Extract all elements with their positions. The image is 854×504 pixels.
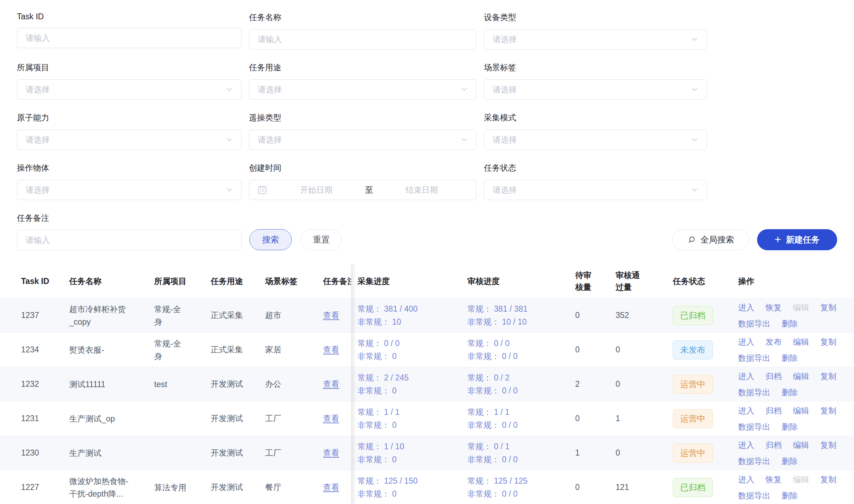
scene-tag-select[interactable]: 请选择 xyxy=(484,79,707,100)
task-status-select[interactable]: 请选择 xyxy=(484,180,707,200)
action-edit-link[interactable]: 编辑 xyxy=(793,473,809,486)
action-enter-link[interactable]: 进入 xyxy=(738,439,754,451)
action-export-link[interactable]: 数据导出 xyxy=(738,489,770,502)
action-export-link[interactable]: 数据导出 xyxy=(738,455,770,467)
action-copy-link[interactable]: 复制 xyxy=(820,370,836,383)
action-delete-link[interactable]: 删除 xyxy=(782,317,798,330)
cell-actions: 进入 发布 编辑 复制 数据导出 删除 xyxy=(738,336,848,364)
action-copy-link[interactable]: 复制 xyxy=(820,336,836,348)
collect-mode-select[interactable]: 请选择 xyxy=(484,130,707,150)
action-edit-link[interactable]: 编辑 xyxy=(793,336,809,348)
global-search-label: 全局搜索 xyxy=(701,234,734,245)
select-placeholder: 请选择 xyxy=(258,134,282,145)
toolbar: 全局搜索 + 新建任务 xyxy=(672,229,837,250)
status-badge: 已归档 xyxy=(673,478,713,497)
cell-scene: 超市 xyxy=(265,310,323,321)
cell-purpose: 开发测试 xyxy=(211,379,265,390)
action-restore-link[interactable]: 恢复 xyxy=(766,473,782,486)
status-badge: 运营中 xyxy=(673,409,713,428)
action-archive-link[interactable]: 归档 xyxy=(766,404,782,417)
purpose-select[interactable]: 请选择 xyxy=(249,79,477,100)
task-id-input[interactable] xyxy=(17,28,242,48)
action-archive-link[interactable]: 归档 xyxy=(766,439,782,451)
view-remark-link[interactable]: 查看 xyxy=(323,414,339,423)
status-badge: 运营中 xyxy=(673,375,713,394)
atomic-ability-select[interactable]: 请选择 xyxy=(17,130,242,150)
filter-label-task-name: 任务名称 xyxy=(249,12,477,23)
new-task-button[interactable]: + 新建任务 xyxy=(757,229,837,250)
project-select[interactable]: 请选择 xyxy=(17,79,242,100)
cell-task-id: 1234 xyxy=(0,345,69,354)
chevron-down-icon xyxy=(226,186,233,193)
action-delete-link[interactable]: 删除 xyxy=(782,489,798,502)
filter-label-collect-mode: 采集模式 xyxy=(484,112,707,123)
header-pending: 待审核量 xyxy=(575,269,616,293)
chevron-down-icon xyxy=(691,36,698,43)
table-row: 1234 熨烫衣服- 常规-全身 正式采集 家居 查看 常规： 0 / 0 非常… xyxy=(0,333,854,367)
reset-button[interactable]: 重置 xyxy=(301,229,342,250)
operate-object-select[interactable]: 请选择 xyxy=(17,180,242,200)
action-export-link[interactable]: 数据导出 xyxy=(738,317,770,330)
action-copy-link[interactable]: 复制 xyxy=(820,439,836,451)
action-export-link[interactable]: 数据导出 xyxy=(738,352,770,364)
cell-collect-progress: 常规： 1 / 10 非常规： 0 xyxy=(351,440,467,466)
global-search-button[interactable]: 全局搜索 xyxy=(672,229,749,250)
chevron-down-icon xyxy=(691,86,698,93)
header-name: 任务名称 xyxy=(69,275,154,287)
action-delete-link[interactable]: 删除 xyxy=(782,420,798,433)
action-delete-link[interactable]: 删除 xyxy=(782,352,798,364)
action-export-link[interactable]: 数据导出 xyxy=(738,420,770,433)
view-remark-link[interactable]: 查看 xyxy=(323,483,339,492)
view-remark-link[interactable]: 查看 xyxy=(323,311,339,320)
cell-remark: 查看 xyxy=(323,447,351,458)
action-enter-link[interactable]: 进入 xyxy=(738,301,754,314)
search-button[interactable]: 搜索 xyxy=(249,229,292,250)
view-remark-link[interactable]: 查看 xyxy=(323,448,339,457)
action-edit-link[interactable]: 编辑 xyxy=(793,439,809,451)
cell-project: 常规-全身 xyxy=(154,303,211,328)
collect-irregular: 非常规： 0 xyxy=(357,384,467,397)
select-placeholder: 请选择 xyxy=(493,34,517,45)
action-delete-link[interactable]: 删除 xyxy=(782,455,798,467)
action-edit-link[interactable]: 编辑 xyxy=(793,370,809,383)
cell-purpose: 正式采集 xyxy=(211,344,265,355)
filter-bottom-row: 任务备注 搜索 重置 全局搜索 + 新建任务 xyxy=(0,213,854,250)
filter-label-task-id: Task ID xyxy=(17,12,242,21)
cell-status: 运营中 xyxy=(673,409,738,428)
cell-actions: 进入 恢复 编辑 复制 数据导出 删除 xyxy=(738,473,848,502)
action-copy-link[interactable]: 复制 xyxy=(820,301,836,314)
chevron-down-icon xyxy=(461,136,468,143)
filter-field-project: 所属项目 请选择 xyxy=(17,62,242,100)
action-edit-link[interactable]: 编辑 xyxy=(793,404,809,417)
cell-approved-count: 0 xyxy=(616,345,673,354)
filter-label-project: 所属项目 xyxy=(17,62,242,73)
filter-label-create-time: 创建时间 xyxy=(249,163,477,173)
action-copy-link[interactable]: 复制 xyxy=(820,473,836,486)
action-export-link[interactable]: 数据导出 xyxy=(738,386,770,399)
action-publish-link[interactable]: 发布 xyxy=(766,336,782,348)
action-enter-link[interactable]: 进入 xyxy=(738,473,754,486)
view-remark-link[interactable]: 查看 xyxy=(323,345,339,354)
action-delete-link[interactable]: 删除 xyxy=(782,386,798,399)
action-enter-link[interactable]: 进入 xyxy=(738,336,754,348)
create-time-range-picker[interactable]: 开始日期 至 结束日期 xyxy=(249,180,477,200)
chevron-down-icon xyxy=(461,86,468,93)
cell-status: 未发布 xyxy=(673,340,738,359)
action-restore-link[interactable]: 恢复 xyxy=(766,301,782,314)
action-archive-link[interactable]: 归档 xyxy=(766,370,782,383)
action-copy-link[interactable]: 复制 xyxy=(820,404,836,417)
action-enter-link[interactable]: 进入 xyxy=(738,370,754,383)
table-header-row: Task ID 任务名称 所属项目 任务用途 场景标签 任务备注 采集进度 审核… xyxy=(0,264,854,298)
table-row: 1230 生产测试 开发测试 工厂 查看 常规： 1 / 10 非常规： 0 常… xyxy=(0,436,854,470)
task-name-input[interactable] xyxy=(249,29,477,49)
device-type-select[interactable]: 请选择 xyxy=(484,29,707,49)
view-remark-link[interactable]: 查看 xyxy=(323,379,339,389)
task-remark-input[interactable] xyxy=(17,230,242,250)
teleop-type-select[interactable]: 请选择 xyxy=(249,130,477,150)
action-edit-link[interactable]: 编辑 xyxy=(793,301,809,314)
filter-label-task-remark: 任务备注 xyxy=(17,213,242,224)
action-enter-link[interactable]: 进入 xyxy=(738,404,754,417)
filter-field-teleop-type: 遥操类型 请选择 xyxy=(249,112,477,150)
calendar-icon xyxy=(257,185,268,195)
cell-approved-count: 352 xyxy=(616,311,673,320)
